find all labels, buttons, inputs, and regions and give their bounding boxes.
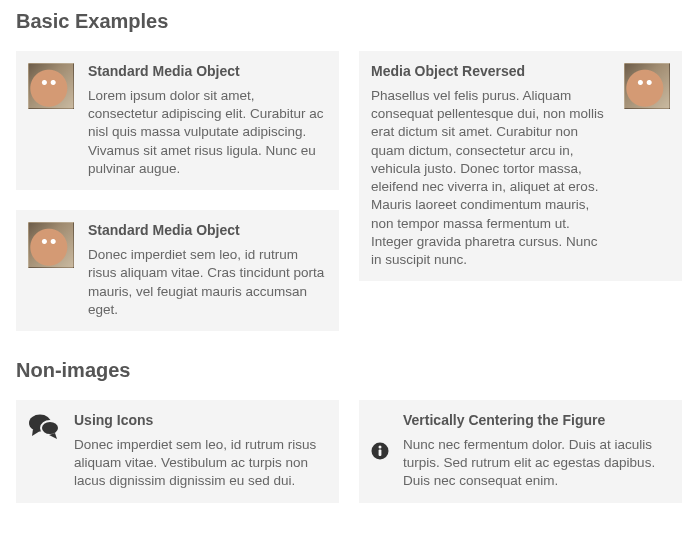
media-object: Standard Media Object Lorem ipsum dolor …: [16, 51, 339, 190]
nonimages-grid: Using Icons Donec imperdiet sem leo, id …: [16, 400, 682, 503]
media-content: Media Object Reversed Phasellus vel feli…: [371, 63, 610, 269]
media-title: Media Object Reversed: [371, 63, 610, 79]
media-thumbnail: [28, 63, 74, 109]
media-object: Standard Media Object Donec imperdiet se…: [16, 210, 339, 331]
svg-point-3: [379, 446, 382, 449]
comments-icon: [28, 412, 60, 440]
media-body: Donec imperdiet sem leo, id rutrum risus…: [88, 246, 327, 319]
section-heading-nonimages: Non-images: [16, 359, 682, 382]
media-content: Vertically Centering the Figure Nunc nec…: [403, 412, 670, 491]
basic-examples-grid: Standard Media Object Lorem ipsum dolor …: [16, 51, 682, 331]
media-title: Standard Media Object: [88, 63, 327, 79]
svg-rect-4: [379, 450, 382, 457]
media-body: Phasellus vel felis purus. Aliquam conse…: [371, 87, 610, 269]
media-object-reversed: Media Object Reversed Phasellus vel feli…: [359, 51, 682, 281]
media-title: Using Icons: [74, 412, 327, 428]
section-heading-basic: Basic Examples: [16, 10, 682, 33]
basic-right-column: Media Object Reversed Phasellus vel feli…: [359, 51, 682, 281]
basic-left-column: Standard Media Object Lorem ipsum dolor …: [16, 51, 339, 331]
nonimages-right-column: Vertically Centering the Figure Nunc nec…: [359, 400, 682, 503]
media-body: Donec imperdiet sem leo, id rutrum risus…: [74, 436, 327, 491]
media-content: Standard Media Object Donec imperdiet se…: [88, 222, 327, 319]
media-body: Nunc nec fermentum dolor. Duis at iaculi…: [403, 436, 670, 491]
media-object-vcenter: Vertically Centering the Figure Nunc nec…: [359, 400, 682, 503]
media-title: Vertically Centering the Figure: [403, 412, 670, 428]
media-thumbnail: [28, 222, 74, 268]
nonimages-left-column: Using Icons Donec imperdiet sem leo, id …: [16, 400, 339, 503]
info-circle-icon: [371, 442, 389, 460]
media-object-icon: Using Icons Donec imperdiet sem leo, id …: [16, 400, 339, 503]
media-content: Standard Media Object Lorem ipsum dolor …: [88, 63, 327, 178]
media-content: Using Icons Donec imperdiet sem leo, id …: [74, 412, 327, 491]
media-body: Lorem ipsum dolor sit amet, consectetur …: [88, 87, 327, 178]
media-thumbnail: [624, 63, 670, 109]
svg-point-1: [41, 421, 59, 435]
media-title: Standard Media Object: [88, 222, 327, 238]
